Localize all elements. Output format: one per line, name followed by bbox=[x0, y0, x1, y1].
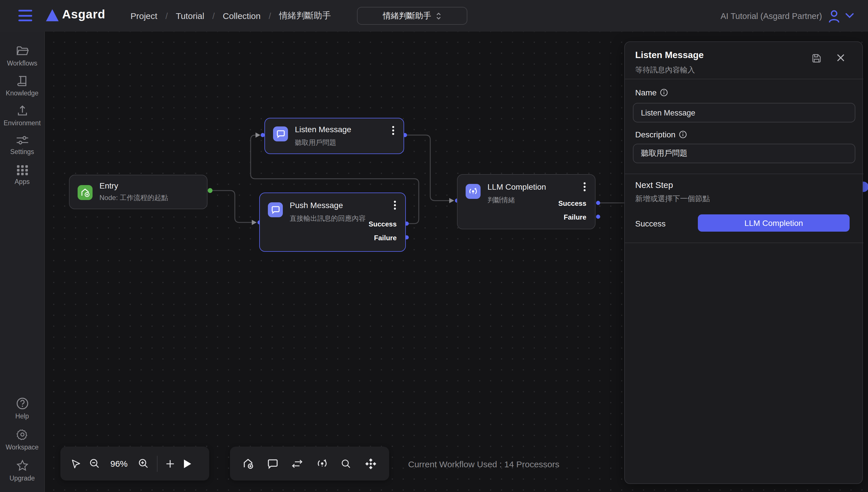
node-palette-toolbar bbox=[230, 447, 389, 481]
sliders-icon bbox=[16, 135, 28, 145]
add-button[interactable] bbox=[166, 447, 175, 481]
zoom-out-button[interactable] bbox=[89, 447, 100, 481]
canvas-zoom-toolbar: 96% bbox=[60, 447, 209, 481]
move-diamonds-icon bbox=[365, 458, 376, 469]
sidebar-item-settings[interactable]: Settings bbox=[0, 135, 45, 155]
sidebar-item-workflows[interactable]: Workflows bbox=[0, 45, 45, 67]
entry-output-port bbox=[208, 188, 213, 193]
name-label-text: Name bbox=[635, 88, 657, 97]
star-icon bbox=[16, 459, 28, 472]
user-avatar-icon[interactable] bbox=[828, 9, 840, 23]
node-menu-kebab-icon[interactable] bbox=[389, 125, 398, 136]
node-menu-kebab-icon[interactable] bbox=[390, 200, 399, 211]
run-workflow-button[interactable] bbox=[183, 447, 192, 481]
node-entry[interactable]: Entry Node: 工作流程的起點 bbox=[69, 175, 207, 209]
sidebar-item-knowledge[interactable]: Knowledge bbox=[0, 75, 45, 97]
cursor-icon bbox=[71, 458, 81, 469]
info-icon bbox=[679, 130, 687, 139]
panel-subtitle: 等待訊息內容輸入 bbox=[635, 65, 695, 75]
name-input[interactable] bbox=[633, 103, 855, 122]
sidebar-item-workspace[interactable]: Workspace bbox=[0, 428, 45, 451]
play-icon bbox=[183, 458, 192, 469]
port-label-success[interactable]: Success bbox=[369, 220, 397, 228]
llm-completion-node-icon bbox=[466, 184, 480, 199]
sidebar-item-help[interactable]: Help bbox=[0, 397, 45, 420]
panel-divider bbox=[625, 79, 863, 79]
zoom-out-icon bbox=[89, 458, 100, 469]
node-title: Listen Message bbox=[295, 125, 351, 134]
sidebar-item-label: Workflows bbox=[7, 60, 38, 67]
pointer-tool-button[interactable] bbox=[71, 447, 81, 481]
sidebar-item-environment[interactable]: Environment bbox=[0, 105, 45, 126]
node-menu-kebab-icon[interactable] bbox=[580, 181, 589, 192]
workflow-select-value: 情緒判斷助手 bbox=[383, 10, 431, 21]
account-chevron-down-icon[interactable] bbox=[845, 13, 854, 18]
sidebar-item-label: Settings bbox=[10, 148, 34, 155]
next-step-target-button[interactable]: LLM Completion bbox=[698, 214, 850, 231]
breadcrumb-separator: / bbox=[165, 11, 168, 21]
folder-icon bbox=[16, 45, 28, 57]
add-switch-node-button[interactable] bbox=[292, 447, 303, 481]
sidebar-item-label: Knowledge bbox=[6, 90, 39, 97]
description-label-text: Description bbox=[635, 130, 675, 139]
node-subtitle: Node: 工作流程的起點 bbox=[99, 193, 168, 203]
hamburger-menu-icon[interactable] bbox=[18, 10, 32, 21]
description-input[interactable] bbox=[633, 144, 855, 163]
info-icon bbox=[660, 89, 668, 97]
add-message-node-button[interactable] bbox=[267, 447, 278, 481]
sidebar-item-apps[interactable]: Apps bbox=[0, 164, 45, 185]
next-step-title: Next Step bbox=[635, 180, 673, 190]
node-llm-completion[interactable]: LLM Completion 判斷情緒 Success Failure bbox=[457, 174, 596, 229]
add-llm-node-button[interactable] bbox=[317, 447, 328, 481]
node-title: Push Message bbox=[290, 201, 343, 210]
asgard-workflow-editor: Asgard Project / Tutorial / Collection /… bbox=[0, 0, 868, 492]
node-push-message[interactable]: Push Message 直接輸出訊息的回應內容 Success Failure bbox=[259, 193, 406, 252]
save-icon[interactable] bbox=[812, 53, 821, 63]
workflow-usage-status: Current Workflow Used : 14 Processors bbox=[408, 451, 559, 476]
asgard-logo-text: Asgard bbox=[62, 7, 105, 21]
breadcrumb-collection[interactable]: Collection bbox=[223, 11, 261, 21]
port-label-failure[interactable]: Failure bbox=[564, 213, 586, 221]
node-subtitle: 直接輸出訊息的回應內容 bbox=[290, 214, 366, 224]
breadcrumb-separator: / bbox=[269, 11, 271, 21]
top-bar: Asgard Project / Tutorial / Collection /… bbox=[0, 0, 868, 32]
panel-divider bbox=[625, 174, 863, 174]
zoom-in-button[interactable] bbox=[138, 447, 149, 481]
zoom-level: 96% bbox=[108, 459, 130, 468]
sidebar-footer-nav: Help Workspace Upgrade bbox=[0, 384, 44, 492]
help-circle-icon bbox=[16, 397, 28, 410]
account-label: AI Tutorial (Asgard Partner) bbox=[721, 0, 822, 32]
node-title: Entry bbox=[99, 181, 118, 190]
sidebar-item-label: Environment bbox=[3, 120, 41, 126]
panel-divider bbox=[625, 243, 863, 243]
breadcrumb-separator: / bbox=[213, 11, 215, 21]
node-title: LLM Completion bbox=[488, 182, 546, 191]
close-icon[interactable] bbox=[836, 53, 845, 62]
search-nodes-button[interactable] bbox=[341, 447, 351, 481]
name-field-label: Name bbox=[635, 88, 668, 97]
book-icon bbox=[16, 75, 28, 87]
add-entry-node-button[interactable] bbox=[243, 447, 253, 481]
breadcrumb-current-workflow: 情緒判斷助手 bbox=[279, 10, 331, 21]
arrange-nodes-button[interactable] bbox=[365, 447, 376, 481]
entry-node-icon bbox=[78, 185, 93, 200]
sidebar-item-upgrade[interactable]: Upgrade bbox=[0, 459, 45, 482]
breadcrumb-project[interactable]: Project bbox=[130, 11, 157, 21]
sidebar-item-label: Upgrade bbox=[9, 475, 35, 482]
description-field-label: Description bbox=[635, 130, 687, 139]
sidebar-item-label: Workspace bbox=[6, 444, 39, 451]
sidebar-item-label: Help bbox=[15, 413, 29, 420]
node-listen-message[interactable]: Listen Message 聽取用戶問題 bbox=[265, 118, 404, 154]
zoom-in-icon bbox=[138, 458, 149, 469]
port-label-failure[interactable]: Failure bbox=[374, 234, 397, 242]
breadcrumb: Project / Tutorial / Collection / 情緒判斷助手 bbox=[130, 0, 331, 32]
select-chevrons-icon bbox=[436, 11, 442, 20]
left-sidebar: Workflows Knowledge Environment bbox=[0, 32, 45, 492]
llm-node-icon bbox=[317, 458, 328, 469]
workflow-select[interactable]: 情緒判斷助手 bbox=[357, 7, 467, 25]
upload-icon bbox=[16, 105, 28, 117]
gear-icon bbox=[16, 428, 28, 441]
port-label-success[interactable]: Success bbox=[559, 199, 586, 207]
node-inspector-panel: Listen Message 等待訊息內容輸入 Name Description… bbox=[624, 41, 863, 484]
breadcrumb-tutorial[interactable]: Tutorial bbox=[176, 11, 204, 21]
